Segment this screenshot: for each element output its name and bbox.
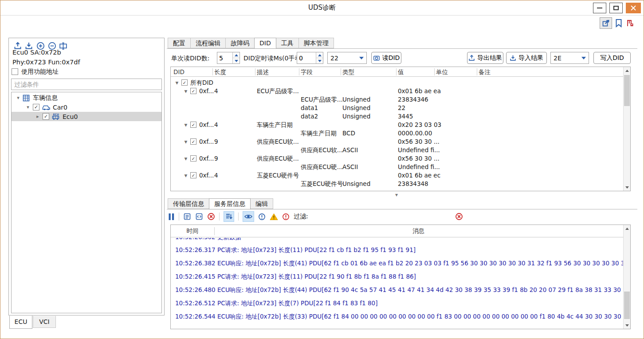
- log-row[interactable]: 10:52:26.480ECU响应: 地址[0x72b] 长度(44) PDU[…: [171, 283, 623, 296]
- did-field-row[interactable]: ECU产品级零...Unsigned23834346: [171, 95, 630, 104]
- read-count-spinner[interactable]: [217, 52, 240, 64]
- error-messages-toggle[interactable]: [282, 213, 290, 221]
- spin-up-button[interactable]: [233, 52, 240, 58]
- did-checkbox[interactable]: ✓: [190, 155, 196, 162]
- did-checkbox[interactable]: ✓: [190, 88, 196, 94]
- chevron-down-icon[interactable]: ▾: [183, 121, 189, 129]
- tree-item-car0[interactable]: ▾✓Car0: [12, 102, 161, 112]
- bookmark-button[interactable]: [614, 18, 623, 28]
- chevron-down-icon[interactable]: ▾: [15, 95, 21, 101]
- spin-down-button[interactable]: [316, 58, 323, 63]
- tab-flow-edit[interactable]: 流程编辑: [190, 38, 226, 48]
- export-results-button[interactable]: 导出结果: [467, 52, 503, 64]
- read-service-select[interactable]: 22: [327, 52, 367, 64]
- tab-config[interactable]: 配置: [168, 38, 191, 48]
- did-column-header[interactable]: 描述: [257, 67, 269, 77]
- did-column-header[interactable]: DID: [173, 67, 185, 77]
- read-count-input[interactable]: [217, 52, 232, 63]
- did-field-row[interactable]: 车辆生产日期BCD0000.00.00: [171, 129, 630, 138]
- did-row[interactable]: ▾✓0xf...4五菱ECU硬件号0x01 6b ae ec: [171, 171, 630, 180]
- chevron-right-icon[interactable]: ▸: [35, 114, 41, 119]
- log-scrollbar[interactable]: [623, 225, 630, 329]
- poll-interval-input[interactable]: [297, 52, 316, 63]
- poll-interval-spinner[interactable]: [297, 52, 323, 64]
- did-field-row[interactable]: 五菱ECU硬件号Unsigned23834348: [171, 180, 630, 188]
- did-column-header[interactable]: 长度: [214, 67, 226, 77]
- tab-dtc[interactable]: 故障码: [225, 38, 255, 48]
- did-field-row[interactable]: data1Unsigned22: [171, 104, 630, 112]
- did-field-row[interactable]: 供应商ECU硬...ASCIIUndefined fi...: [171, 163, 630, 171]
- tab-ecu[interactable]: ECU: [9, 315, 32, 329]
- read-did-button[interactable]: 读DID: [371, 52, 401, 64]
- tree-item-ecu0[interactable]: ▸✓ECUEcu0: [12, 112, 161, 121]
- splitter-collapse-icon[interactable]: ▾: [395, 192, 398, 198]
- did-row[interactable]: ▾✓0xf...4ECU产品级零...0x01 6b ae ea: [171, 87, 630, 95]
- clear-workspace-button[interactable]: [625, 18, 635, 28]
- popout-layout-button[interactable]: [600, 17, 612, 29]
- scrollbar-thumb[interactable]: [624, 75, 630, 106]
- tab-script-manage[interactable]: 脚本管理: [298, 38, 334, 48]
- spin-down-button[interactable]: [233, 58, 240, 63]
- warning-messages-toggle[interactable]: [270, 213, 278, 221]
- use-functional-address-checkbox[interactable]: [12, 68, 18, 75]
- log-row-partial[interactable]: 10:52:26.302 更新数据: [171, 238, 614, 243]
- tree-item-checkbox[interactable]: ✓: [43, 113, 49, 120]
- view-raw-button[interactable]: [195, 213, 203, 221]
- tab-vci[interactable]: VCI: [33, 316, 56, 328]
- did-row[interactable]: ▾✓0xf...4车辆生产日期0x20 23 03 03: [171, 121, 630, 129]
- tab-tools[interactable]: 工具: [276, 38, 299, 48]
- tab-edit[interactable]: 编辑: [250, 198, 273, 209]
- chevron-down-icon[interactable]: ▾: [183, 87, 189, 95]
- scroll-up-button[interactable]: [624, 67, 630, 74]
- tab-did[interactable]: DID: [254, 38, 276, 49]
- did-table-scrollbar[interactable]: [623, 67, 630, 191]
- did-checkbox[interactable]: ✓: [190, 138, 196, 145]
- chevron-down-icon[interactable]: ▾: [25, 104, 31, 110]
- maximize-button[interactable]: [609, 3, 623, 13]
- clear-log-button[interactable]: [207, 213, 215, 221]
- autoscroll-toggle[interactable]: [224, 211, 234, 222]
- tab-transport-layer[interactable]: 传输层信息: [168, 198, 209, 209]
- import-results-button[interactable]: 导入结果: [506, 52, 547, 64]
- chevron-down-icon[interactable]: ▾: [174, 79, 180, 87]
- scrollbar-thumb[interactable]: [624, 292, 630, 319]
- log-row[interactable]: 10:52:26.512PC请求: 地址[0x723] 长度(7) PDU[22…: [171, 296, 623, 310]
- did-column-header[interactable]: 字段: [301, 67, 313, 77]
- did-column-header[interactable]: 单位: [436, 67, 448, 77]
- message-column-header[interactable]: 消息: [214, 225, 623, 237]
- spin-up-button[interactable]: [316, 52, 323, 58]
- time-column-header[interactable]: 时间: [171, 225, 214, 237]
- did-column-header[interactable]: 类型: [342, 67, 354, 77]
- did-column-header[interactable]: 备注: [479, 67, 491, 77]
- scroll-down-button[interactable]: [624, 322, 630, 329]
- show-all-messages-toggle[interactable]: [243, 211, 254, 222]
- info-messages-toggle[interactable]: [258, 213, 266, 221]
- did-group-row[interactable]: ▾✓所有DID: [171, 79, 630, 87]
- did-column-header[interactable]: 值: [398, 67, 404, 77]
- did-checkbox[interactable]: ✓: [181, 79, 188, 86]
- close-button[interactable]: [626, 3, 641, 13]
- pause-button[interactable]: [168, 213, 175, 221]
- did-checkbox[interactable]: ✓: [190, 172, 196, 178]
- chevron-down-icon[interactable]: ▾: [183, 138, 189, 146]
- tree-filter-input[interactable]: [11, 79, 162, 90]
- tree-item-车辆信息[interactable]: ▾车辆信息: [12, 93, 161, 102]
- write-did-button[interactable]: 写入DID: [593, 52, 631, 64]
- did-row[interactable]: ▾✓0xf...9供应商ECU硬...0x56 30 30 ...: [171, 154, 630, 163]
- scroll-down-button[interactable]: [624, 184, 630, 191]
- write-service-select[interactable]: 2E: [550, 52, 589, 64]
- chevron-down-icon[interactable]: ▾: [183, 171, 189, 180]
- log-row[interactable]: 10:52:26.382ECU响应: 地址[0x72b] 长度(41) PDU[…: [171, 256, 623, 270]
- did-field-row[interactable]: 供应商ECU软...ASCIIUndefined fi...: [171, 146, 630, 154]
- minimize-button[interactable]: [593, 3, 606, 13]
- log-row[interactable]: 10:52:26.317PC请求: 地址[0x723] 长度(11) PDU[2…: [171, 243, 623, 256]
- scroll-up-button[interactable]: [624, 225, 630, 232]
- tab-service-layer[interactable]: 服务层信息: [209, 198, 251, 209]
- log-row[interactable]: 10:52:26.415PC请求: 地址[0x723] 长度(11) PDU[2…: [171, 270, 623, 283]
- tree-item-checkbox[interactable]: ✓: [33, 104, 39, 110]
- did-row[interactable]: ▾✓0xf...9供应商ECU软...0x56 30 30 ...: [171, 138, 630, 146]
- did-checkbox[interactable]: ✓: [190, 122, 196, 128]
- did-field-row[interactable]: data2Unsigned3445: [171, 112, 630, 121]
- log-row[interactable]: 10:52:26.544ECU响应: 地址[0x72b] 长度(33) PDU[…: [171, 310, 623, 323]
- chevron-down-icon[interactable]: ▾: [183, 154, 189, 163]
